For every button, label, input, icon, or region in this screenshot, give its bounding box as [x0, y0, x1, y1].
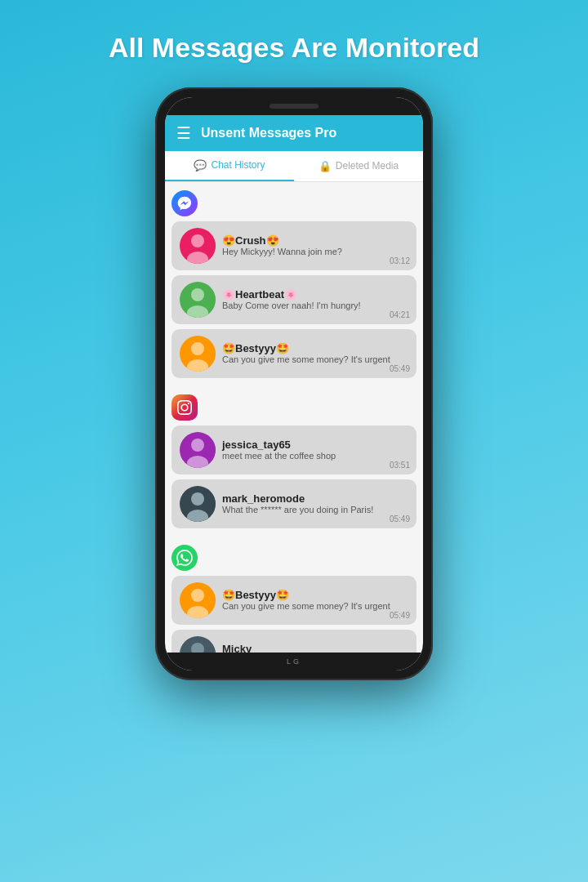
svg-point-7: [191, 342, 204, 355]
msg-time-mark: 05:49: [390, 514, 410, 523]
phone-screen: ☰ Unsent Messages Pro 💬 Chat History 🔒 D…: [165, 97, 423, 670]
avatar-bestyyy-m: [180, 336, 216, 372]
msg-time-bestyyy-w: 05:49: [390, 611, 410, 620]
msg-name-heartbeat: 🌸Heartbeat🌸: [222, 288, 408, 301]
messenger-section: 😍Crush😍 Hey Mickyyy! Wanna join me? 03:1…: [165, 182, 423, 386]
msg-text-crush: Hey Mickyyy! Wanna join me?: [222, 247, 408, 256]
tab-chat-history[interactable]: 💬 Chat History: [165, 151, 294, 181]
msg-card-mark[interactable]: mark_heromode What the ****** are you do…: [172, 479, 416, 528]
msg-name-micky: Micky: [222, 643, 408, 653]
msg-content-jessica: jessica_tay65 meet mee at the coffee sho…: [222, 439, 408, 461]
instagram-section: jessica_tay65 meet mee at the coffee sho…: [165, 386, 423, 537]
msg-text-heartbeat: Baby Come over naah! I'm hungry!: [222, 301, 408, 310]
svg-point-10: [191, 439, 204, 452]
msg-card-bestyyy-w[interactable]: 🤩Bestyyy🤩 Can you give me some money? It…: [172, 576, 416, 625]
whatsapp-section: 🤩Bestyyy🤩 Can you give me some money? It…: [165, 537, 423, 653]
msg-time-heartbeat: 04:21: [390, 310, 410, 319]
svg-point-1: [191, 234, 204, 247]
deleted-media-label: Deleted Media: [336, 160, 399, 172]
tab-deleted-media[interactable]: 🔒 Deleted Media: [294, 151, 423, 181]
avatar-micky: [180, 636, 216, 653]
avatar-heartbeat: [180, 282, 216, 318]
app-bar: ☰ Unsent Messages Pro: [165, 115, 423, 151]
msg-name-bestyyy-m: 🤩Bestyyy🤩: [222, 342, 408, 354]
msg-name-mark: mark_heromode: [222, 492, 408, 505]
messenger-icon: [172, 190, 198, 216]
msg-content-heartbeat: 🌸Heartbeat🌸 Baby Come over naah! I'm hun…: [222, 288, 408, 310]
phone-device: ☰ Unsent Messages Pro 💬 Chat History 🔒 D…: [155, 87, 433, 680]
avatar-jessica: [180, 432, 216, 468]
app-title: Unsent Messages Pro: [201, 126, 336, 140]
tab-bar: 💬 Chat History 🔒 Deleted Media: [165, 151, 423, 182]
msg-content-bestyyy-m: 🤩Bestyyy🤩 Can you give me some money? It…: [222, 342, 408, 364]
phone-bottom: LG: [165, 653, 423, 670]
instagram-icon: [172, 394, 198, 421]
chat-history-label: Chat History: [211, 159, 265, 171]
msg-card-jessica[interactable]: jessica_tay65 meet mee at the coffee sho…: [172, 425, 416, 474]
messages-scroll-area[interactable]: 😍Crush😍 Hey Mickyyy! Wanna join me? 03:1…: [165, 182, 423, 653]
msg-text-jessica: meet mee at the coffee shop: [222, 451, 408, 461]
msg-text-bestyyy-m: Can you give me some money? It's urgent: [222, 354, 408, 364]
msg-text-mark: What the ****** are you doing in Paris!: [222, 505, 408, 514]
msg-content-crush: 😍Crush😍 Hey Mickyyy! Wanna join me?: [222, 234, 408, 256]
phone-brand-label: LG: [287, 657, 301, 666]
phone-speaker: [270, 104, 318, 109]
avatar-mark: [180, 486, 216, 522]
msg-content-micky: Micky Sorry, I have a girlfriend!: [222, 643, 408, 653]
svg-point-13: [191, 492, 204, 506]
msg-time-bestyyy-m: 05:49: [390, 364, 410, 373]
chat-history-icon: 💬: [194, 159, 207, 172]
msg-card-crush[interactable]: 😍Crush😍 Hey Mickyyy! Wanna join me? 03:1…: [172, 221, 416, 270]
msg-content-mark: mark_heromode What the ****** are you do…: [222, 492, 408, 514]
svg-point-16: [191, 589, 204, 602]
msg-card-micky[interactable]: Micky Sorry, I have a girlfriend! 05:49: [172, 630, 416, 653]
msg-time-jessica: 03:51: [390, 461, 410, 470]
msg-name-crush: 😍Crush😍: [222, 234, 408, 247]
whatsapp-icon: [172, 545, 198, 571]
phone-topbar: [165, 97, 423, 115]
msg-card-heartbeat[interactable]: 🌸Heartbeat🌸 Baby Come over naah! I'm hun…: [172, 275, 416, 324]
msg-content-bestyyy-w: 🤩Bestyyy🤩 Can you give me some money? It…: [222, 589, 408, 611]
deleted-media-icon: 🔒: [318, 160, 332, 172]
phone-wrapper: ☰ Unsent Messages Pro 💬 Chat History 🔒 D…: [155, 87, 433, 680]
svg-point-4: [191, 288, 204, 301]
msg-time-crush: 03:12: [390, 256, 410, 265]
msg-name-bestyyy-w: 🤩Bestyyy🤩: [222, 589, 408, 601]
msg-text-bestyyy-w: Can you give me some money? It's urgent: [222, 601, 408, 611]
avatar-crush: [180, 228, 216, 264]
hamburger-icon[interactable]: ☰: [176, 123, 191, 143]
msg-card-bestyyy-m[interactable]: 🤩Bestyyy🤩 Can you give me some money? It…: [172, 329, 416, 378]
msg-name-jessica: jessica_tay65: [222, 439, 408, 451]
header-title: All Messages Are Monitored: [49, 31, 539, 65]
avatar-bestyyy-w: [180, 582, 216, 618]
